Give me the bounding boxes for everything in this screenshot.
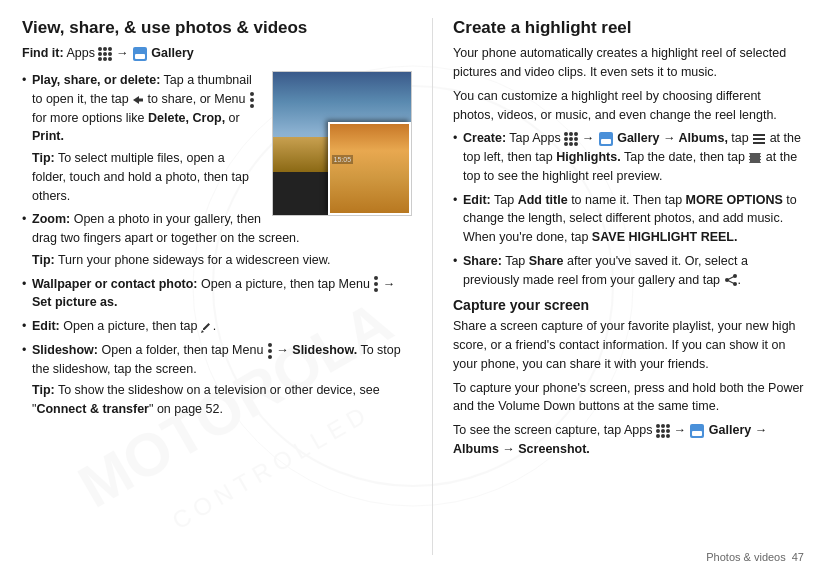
tip-select: Tip: To select multiple files, open a fo… bbox=[32, 149, 412, 205]
svg-rect-5 bbox=[753, 138, 765, 140]
gallery-label: Gallery bbox=[151, 46, 193, 60]
bullet-share-right-label: Share: bbox=[463, 254, 502, 268]
svg-rect-11 bbox=[760, 154, 762, 156]
tip-tv: Tip: To show the slideshow on a televisi… bbox=[32, 381, 412, 419]
svg-rect-12 bbox=[760, 157, 762, 159]
share-arrow-icon bbox=[132, 95, 144, 105]
bullet-wallpaper: Wallpaper or contact photo: Open a pictu… bbox=[22, 275, 412, 313]
bullet-zoom: Zoom: Open a photo in your gallery, then… bbox=[22, 210, 412, 269]
left-title: View, share, & use photos & videos bbox=[22, 18, 412, 38]
gallery-icon-left bbox=[133, 47, 147, 61]
menu-dots-icon-2 bbox=[374, 276, 378, 292]
bullet-wallpaper-label: Wallpaper or contact photo: bbox=[32, 277, 198, 291]
save-reel-label: SAVE HIGHLIGHT REEL. bbox=[592, 230, 738, 244]
share-label: Share bbox=[529, 254, 564, 268]
bullet-play: Play, share, or delete: Tap a thumbnail … bbox=[22, 71, 412, 205]
bullet-edit: Edit: Open a picture, then tap . bbox=[22, 317, 412, 336]
hamburger-icon bbox=[752, 133, 766, 145]
menu-dots-icon bbox=[250, 92, 254, 108]
find-it-line: Find it: Apps → Gallery bbox=[22, 44, 412, 63]
menu-dots-icon-3 bbox=[268, 343, 272, 359]
add-title-label: Add title bbox=[518, 193, 568, 207]
bullet-create-label: Create: bbox=[463, 131, 506, 145]
left-bullet-list: Play, share, or delete: Tap a thumbnail … bbox=[22, 71, 412, 419]
gallery-arrow-albums: Gallery → Albums, bbox=[617, 131, 728, 145]
capture-title: Capture your screen bbox=[453, 297, 804, 313]
apps-grid-icon-capture bbox=[656, 424, 670, 438]
tip-label-3: Tip: bbox=[32, 383, 55, 397]
capture-text-3: To see the screen capture, tap Apps → Ga… bbox=[453, 421, 804, 459]
svg-rect-9 bbox=[748, 157, 750, 159]
tip-label-1: Tip: bbox=[32, 151, 55, 165]
print-label: Print. bbox=[32, 129, 64, 143]
apps-grid-icon bbox=[98, 47, 112, 61]
more-options-label: MORE OPTIONS bbox=[686, 193, 783, 207]
right-bullet-list: Create: Tap Apps → Gallery → Albums, tap… bbox=[453, 129, 804, 289]
set-picture-as-label: Set picture as. bbox=[32, 295, 117, 309]
svg-rect-7 bbox=[749, 153, 761, 163]
bullet-create: Create: Tap Apps → Gallery → Albums, tap… bbox=[453, 129, 804, 185]
bullet-slideshow-label: Slideshow: bbox=[32, 343, 98, 357]
left-column: View, share, & use photos & videos Find … bbox=[22, 18, 412, 555]
page-content: View, share, & use photos & videos Find … bbox=[0, 0, 826, 573]
right-title: Create a highlight reel bbox=[453, 18, 804, 38]
find-it-label: Find it: bbox=[22, 46, 64, 60]
svg-rect-13 bbox=[760, 160, 762, 162]
tip-label-2: Tip: bbox=[32, 253, 55, 267]
bullet-play-label: Play, share, or delete: bbox=[32, 73, 160, 87]
svg-rect-10 bbox=[748, 160, 750, 162]
share-icon-right bbox=[724, 274, 738, 286]
slideshow-bold: Slideshow. bbox=[292, 343, 357, 357]
bullet-edit-label: Edit: bbox=[32, 319, 60, 333]
svg-rect-8 bbox=[748, 154, 750, 156]
capture-text-1: Share a screen capture of your favorite … bbox=[453, 317, 804, 373]
svg-rect-4 bbox=[753, 134, 765, 136]
bullet-zoom-label: Zoom: bbox=[32, 212, 70, 226]
svg-rect-6 bbox=[753, 142, 765, 144]
right-intro-1: Your phone automatically creates a highl… bbox=[453, 44, 804, 82]
bullet-edit-right: Edit: Tap Add title to name it. Then tap… bbox=[453, 191, 804, 247]
bullet-share-right: Share: Tap Share after you've saved it. … bbox=[453, 252, 804, 290]
delete-label: Delete, Crop, bbox=[148, 111, 225, 125]
capture-text-2: To capture your phone's screen, press an… bbox=[453, 379, 804, 417]
column-divider bbox=[432, 18, 433, 555]
capture-gallery-label: Gallery → Albums → Screenshot. bbox=[453, 423, 767, 456]
connect-transfer-label: Connect & transfer bbox=[36, 402, 149, 416]
gallery-icon-capture bbox=[690, 424, 704, 438]
bullet-edit-right-label: Edit: bbox=[463, 193, 491, 207]
highlights-label: Highlights. bbox=[556, 150, 621, 164]
bullet-slideshow: Slideshow: Open a folder, then tap Menu … bbox=[22, 341, 412, 419]
right-intro-2: You can customize a highlight reel by ch… bbox=[453, 87, 804, 125]
gallery-icon-right bbox=[599, 132, 613, 146]
film-icon bbox=[748, 152, 762, 164]
svg-line-18 bbox=[727, 280, 735, 284]
right-column: Create a highlight reel Your phone autom… bbox=[453, 18, 804, 555]
svg-line-17 bbox=[727, 276, 735, 280]
apps-grid-icon-right bbox=[564, 132, 578, 146]
tip-sideways: Tip: Turn your phone sideways for a wide… bbox=[32, 251, 412, 270]
pencil-icon bbox=[201, 321, 213, 333]
